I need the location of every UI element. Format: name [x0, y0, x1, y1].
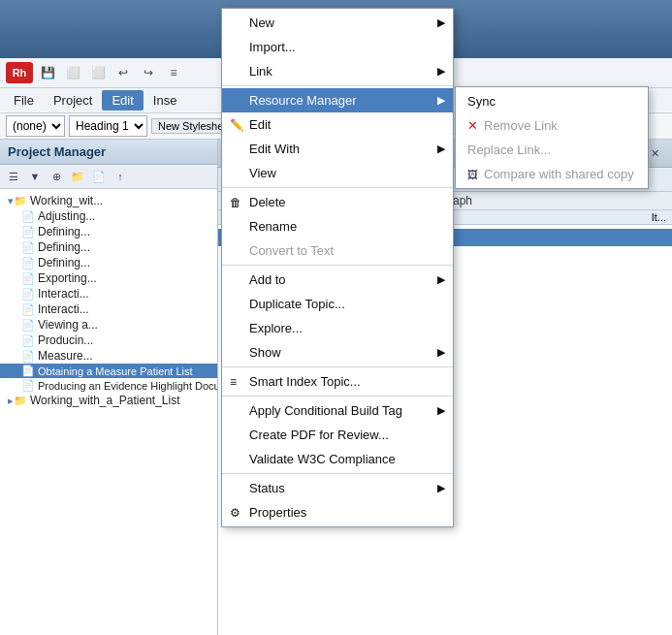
arrow-icon: ▶ [437, 346, 445, 359]
link-label: Link [249, 64, 272, 79]
explore-label: Explore... [249, 321, 303, 335]
list-item[interactable]: 📄 Exporting... [0, 270, 217, 286]
save-icon[interactable]: 💾 [37, 62, 58, 83]
edit-label: Edit [249, 117, 271, 132]
ctx-create-pdf[interactable]: Create PDF for Review... [222, 423, 453, 447]
list-item[interactable]: 📄 Interacti... [0, 302, 217, 317]
page-icon: 📄 [21, 350, 35, 363]
tree-item-working-with[interactable]: ▾📁 Working_wit... [0, 193, 217, 208]
ctx-properties[interactable]: ⚙ Properties [222, 500, 453, 524]
convert-label: Convert to Text [249, 243, 334, 258]
replace-link-label: Replace Link... [467, 143, 551, 157]
ctx-edit[interactable]: ✏️ Edit [222, 112, 453, 137]
smart-index-label: Smart Index Topic... [249, 374, 361, 389]
page-icon: 📄 [21, 319, 35, 332]
project-manager-title: Project Manager [0, 140, 217, 165]
validate-label: Validate W3C Compliance [249, 452, 396, 466]
separator [222, 396, 453, 397]
properties-label: Properties [249, 505, 306, 520]
item-label: It... [652, 211, 666, 223]
sync-label: Sync [467, 94, 496, 109]
sub-replace-link[interactable]: Replace Link... [456, 138, 648, 162]
arrow-icon: ▶ [437, 273, 445, 286]
sub-compare[interactable]: 🖼 Compare with shared copy [456, 162, 648, 186]
menu-insert[interactable]: Inse [144, 90, 187, 111]
list-item[interactable]: 📄 Producing an Evidence Highlight Docume… [0, 378, 217, 393]
show-label: Show [249, 345, 281, 360]
list-item[interactable]: 📄 Adjusting... [0, 208, 217, 224]
panel-btn-2[interactable]: ▼ [25, 167, 45, 186]
ctx-convert[interactable]: Convert to Text [222, 238, 453, 263]
sub-remove-link[interactable]: ✕ Remove Link [456, 113, 648, 138]
folder-icon: ▸📁 [8, 395, 27, 407]
separator [222, 473, 453, 474]
list-item[interactable]: 📄 Viewing a... [0, 317, 217, 333]
tree-item-working-with-patient[interactable]: ▸📁 Working_with_a_Patient_List [0, 393, 217, 408]
remove-link-label: Remove Link [484, 118, 558, 133]
list-item[interactable]: 📄 Defining... [0, 239, 217, 255]
page-icon: 📄 [21, 210, 35, 223]
ctx-edit-with[interactable]: Edit With ▶ [222, 137, 453, 161]
undo-icon[interactable]: ↩ [112, 62, 134, 83]
panel-btn-6[interactable]: ↑ [111, 167, 130, 186]
create-pdf-label: Create PDF for Review... [249, 428, 389, 442]
page-icon: 📄 [21, 365, 35, 377]
ctx-validate[interactable]: Validate W3C Compliance [222, 447, 453, 471]
add-to-label: Add to [249, 272, 286, 287]
page-icon: 📄 [21, 257, 35, 270]
ctx-rename[interactable]: Rename [222, 214, 453, 238]
compare-label: Compare with shared copy [484, 167, 634, 181]
resource-manager-submenu: Sync ✕ Remove Link Replace Link... 🖼 Com… [455, 86, 649, 189]
menu-icon[interactable]: ≡ [163, 62, 184, 83]
ctx-add-to[interactable]: Add to ▶ [222, 268, 453, 292]
list-item[interactable]: 📄 Producin... [0, 333, 217, 348]
ctx-explore[interactable]: Explore... [222, 316, 453, 340]
status-label: Status [249, 481, 285, 495]
panel-btn-1[interactable]: ☰ [4, 167, 23, 186]
page-icon: 📄 [21, 303, 35, 316]
ctx-apply-cond[interactable]: Apply Conditional Build Tag ▶ [222, 398, 453, 423]
panel-toolbar: ☰ ▼ ⊕ 📁 📄 ↑ [0, 165, 217, 189]
panel-btn-4[interactable]: 📁 [68, 167, 87, 186]
menu-project[interactable]: Project [44, 90, 102, 111]
separator [222, 366, 453, 367]
ctx-import[interactable]: Import... [222, 35, 453, 59]
ctx-duplicate[interactable]: Duplicate Topic... [222, 292, 453, 316]
delete-label: Delete [249, 195, 286, 209]
open-icon[interactable]: ⬜ [87, 62, 109, 83]
list-item[interactable]: 📄 Measure... [0, 348, 217, 364]
ctx-delete[interactable]: 🗑 Delete [222, 190, 453, 214]
apply-cond-label: Apply Conditional Build Tag [249, 403, 402, 418]
menu-edit[interactable]: Edit [102, 90, 143, 111]
style-dropdown[interactable]: (none) [6, 115, 65, 137]
ctx-new[interactable]: New ▶ [222, 11, 453, 35]
arrow-icon: ▶ [437, 404, 445, 417]
delete-icon: 🗑 [230, 196, 241, 209]
list-item[interactable]: 📄 Defining... [0, 224, 217, 239]
view-label: View [249, 166, 276, 180]
x-icon: ✕ [467, 118, 478, 133]
page-icon: 📄 [21, 241, 35, 254]
new-doc-icon[interactable]: ⬜ [62, 62, 83, 83]
list-item[interactable]: 📄 Interacti... [0, 286, 217, 302]
panel-btn-5[interactable]: 📄 [89, 167, 109, 186]
tree-item-selected[interactable]: 📄 Obtaining a Measure Patient List [0, 364, 217, 378]
menu-file[interactable]: File [4, 90, 44, 111]
redo-icon[interactable]: ↪ [138, 62, 159, 83]
resource-manager-label: Resource Manager [249, 93, 357, 108]
sub-sync[interactable]: Sync [456, 89, 648, 113]
panel-btn-3[interactable]: ⊕ [47, 167, 66, 186]
ctx-show[interactable]: Show ▶ [222, 340, 453, 365]
properties-icon: ⚙ [230, 506, 240, 520]
ctx-status[interactable]: Status ▶ [222, 476, 453, 500]
arrow-icon: ▶ [437, 94, 445, 107]
list-item[interactable]: 📄 Defining... [0, 255, 217, 270]
ctx-view[interactable]: View [222, 161, 453, 185]
ctx-resource-manager[interactable]: Resource Manager ▶ Sync ✕ Remove Link Re… [222, 88, 453, 112]
project-tree: ▾📁 Working_wit... 📄 Adjusting... 📄 Defin… [0, 189, 217, 635]
arrow-icon: ▶ [437, 482, 445, 494]
heading-dropdown[interactable]: Heading 1 [69, 115, 147, 137]
ctx-smart-index[interactable]: ≡ Smart Index Topic... [222, 369, 453, 394]
app-logo-icon: Rh [6, 62, 33, 83]
ctx-link[interactable]: Link ▶ [222, 59, 453, 83]
